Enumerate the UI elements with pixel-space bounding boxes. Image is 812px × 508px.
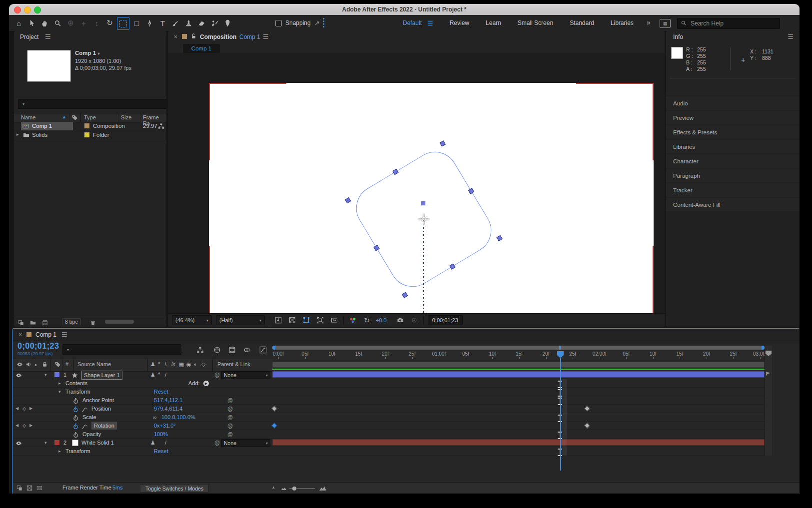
layer-name[interactable]: White Solid 1: [81, 439, 114, 447]
playhead-line[interactable]: [560, 358, 561, 471]
group-chevron-icon[interactable]: ▸: [58, 447, 61, 455]
workspace-settings-icon[interactable]: ▦: [660, 19, 671, 28]
comp-mini-flowchart-icon[interactable]: [194, 345, 205, 354]
roto-brush-tool-icon[interactable]: [209, 17, 220, 29]
frame-blending-icon[interactable]: [226, 345, 237, 354]
link-dimensions-icon[interactable]: ∞: [153, 413, 157, 421]
lock-column-icon[interactable]: [41, 361, 48, 369]
add-keyframe-icon[interactable]: ◇: [22, 405, 26, 413]
zoom-slider-knob[interactable]: [292, 487, 296, 491]
snap-box-icon[interactable]: [323, 18, 324, 27]
workspace-learn[interactable]: Learn: [486, 19, 501, 26]
pan-behind-tool-icon[interactable]: [117, 17, 129, 30]
column-size[interactable]: Size: [121, 114, 131, 120]
pen-tool-icon[interactable]: [144, 17, 155, 29]
sidebar-panel-character[interactable]: Character: [666, 154, 800, 168]
mask-visibility-icon[interactable]: [301, 316, 311, 325]
property-row-contents[interactable]: ▸ContentsAdd:▶: [12, 379, 765, 388]
time-navigator[interactable]: [272, 346, 765, 350]
workspace-libraries[interactable]: Libraries: [611, 19, 634, 26]
type-tool-icon[interactable]: T: [157, 17, 168, 29]
shy-switch-icon[interactable]: ♟: [150, 439, 155, 447]
stopwatch-icon[interactable]: [72, 431, 79, 438]
sidebar-panel-libraries[interactable]: Libraries: [666, 140, 800, 153]
graph-editor-icon[interactable]: [257, 345, 268, 354]
source-name-column[interactable]: Source Name: [77, 361, 111, 367]
exposure-value[interactable]: +0.0: [376, 317, 387, 323]
3d-switch-icon[interactable]: ◇: [201, 361, 205, 368]
path-handle[interactable]: [421, 201, 426, 206]
previous-keyframe-icon[interactable]: ◀: [15, 422, 18, 430]
parent-select[interactable]: None▾: [221, 439, 270, 447]
puppet-pin-tool-icon[interactable]: [222, 17, 233, 29]
clone-stamp-tool-icon[interactable]: [183, 17, 194, 29]
parent-pickwhip-icon[interactable]: @: [214, 439, 220, 447]
next-keyframe-icon[interactable]: ▶: [29, 405, 32, 413]
fast-preview-icon[interactable]: [273, 316, 283, 325]
stopwatch-icon[interactable]: [72, 423, 79, 429]
resolution-select[interactable]: (Half)▾: [216, 315, 265, 325]
property-row-anchor-point[interactable]: Anchor Point517.4,112.1@: [12, 396, 765, 405]
audio-column-icon[interactable]: [25, 361, 32, 369]
property-label[interactable]: Opacity: [82, 430, 101, 438]
eraser-tool-icon[interactable]: [196, 17, 207, 29]
stopwatch-icon[interactable]: [72, 414, 79, 421]
property-value[interactable]: 100%: [154, 430, 168, 438]
unlock-icon[interactable]: [190, 33, 197, 39]
sidebar-panel-paragraph[interactable]: Paragraph: [666, 169, 800, 182]
draft-3d-icon[interactable]: [211, 345, 222, 354]
group-label[interactable]: Transform: [65, 447, 90, 455]
property-value[interactable]: 0x+31.0°: [154, 422, 176, 430]
panel-menu-icon[interactable]: ☰: [263, 33, 269, 40]
expand-transfer-controls-icon[interactable]: [26, 485, 33, 491]
workspace-default[interactable]: Default: [403, 19, 422, 26]
pixel-aspect-icon[interactable]: [329, 316, 339, 325]
reset-link[interactable]: Reset: [154, 388, 168, 396]
keyframe-diamond[interactable]: [585, 423, 590, 428]
workspace-overflow-icon[interactable]: »: [647, 18, 651, 26]
property-row-rotation[interactable]: ◀◇▶Rotation0x+31.0°@: [12, 422, 765, 430]
parent-link-column[interactable]: Parent & Link: [217, 361, 250, 367]
column-name[interactable]: Name: [21, 114, 35, 120]
layer-visibility-icon[interactable]: [15, 440, 22, 446]
layer-expand-chevron-icon[interactable]: ▾: [44, 371, 47, 379]
property-row-scale[interactable]: Scale∞100.0,100.0%@: [12, 413, 765, 422]
property-pickwhip-icon[interactable]: @: [227, 430, 233, 438]
current-time-display[interactable]: 0;00;01;23: [428, 315, 463, 325]
layer-name[interactable]: Shape Layer 1: [81, 371, 122, 380]
close-panel-icon[interactable]: ×: [18, 331, 22, 338]
property-value[interactable]: 517.4,112.1: [154, 396, 182, 404]
anchor-point-icon[interactable]: [417, 212, 431, 226]
timeline-zoom-slider[interactable]: [289, 488, 315, 489]
label-column-icon[interactable]: [54, 361, 61, 369]
graph-toggle-icon[interactable]: [81, 406, 88, 412]
viewer-area[interactable]: [168, 53, 665, 314]
sidebar-panel-preview[interactable]: Preview: [666, 111, 800, 124]
video-column-icon[interactable]: [16, 361, 23, 369]
expand-layer-switches-icon[interactable]: [16, 485, 23, 491]
parent-select[interactable]: None▾: [221, 371, 270, 379]
adjustment-switch-icon[interactable]: ◐: [194, 361, 197, 367]
motion-blur-switch-icon[interactable]: ◉: [186, 361, 191, 368]
fx-switch-icon[interactable]: fx: [171, 361, 175, 367]
snapping-checkbox[interactable]: [275, 20, 282, 26]
motion-blur-icon[interactable]: [241, 345, 252, 354]
property-pickwhip-icon[interactable]: @: [227, 396, 233, 404]
keyframe-diamond[interactable]: [585, 406, 590, 411]
magnification-select[interactable]: (46.4%)▾: [172, 315, 212, 325]
shape-tool-icon[interactable]: □: [131, 17, 142, 29]
label-color-swatch[interactable]: [84, 123, 89, 128]
property-row-transform[interactable]: ▸TransformReset: [12, 447, 765, 456]
item-name[interactable]: Comp 1: [32, 123, 52, 129]
reset-exposure-icon[interactable]: ↻: [362, 316, 372, 325]
shy-switch-icon[interactable]: ♟: [150, 361, 155, 368]
layer-row-2[interactable]: ▾2White Solid 1♟/@None▾: [12, 439, 765, 447]
project-row-solids[interactable]: ▸ Solids Folder: [14, 131, 166, 140]
collapse-switch-icon[interactable]: *: [158, 361, 160, 368]
show-channel-icon[interactable]: [348, 316, 358, 325]
panel-menu-icon[interactable]: ☰: [45, 33, 51, 40]
property-pickwhip-icon[interactable]: @: [227, 405, 233, 413]
interpret-footage-icon[interactable]: [18, 319, 24, 325]
property-value[interactable]: 100.0,100.0%: [161, 413, 195, 421]
time-ruler[interactable]: 0:00f05f10f15f20f25f01:00f05f10f15f20f25…: [272, 351, 765, 360]
